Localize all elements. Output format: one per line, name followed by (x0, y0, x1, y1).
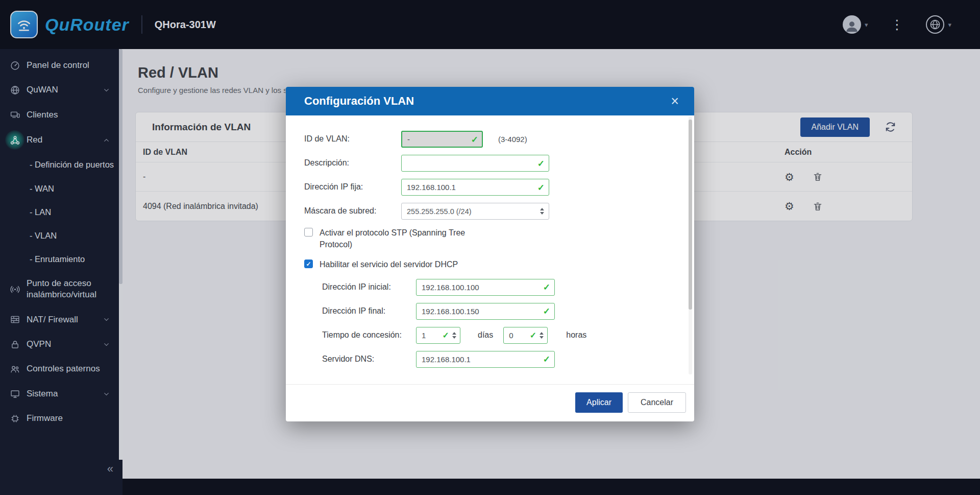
lease-days-unit: días (478, 331, 493, 340)
fixed-ip-label: Dirección IP fija: (304, 182, 401, 193)
modal-title: Configuración VLAN (304, 95, 414, 108)
dhcp-start-row: Dirección IP inicial: ✓ (322, 279, 672, 296)
dhcp-start-input[interactable] (416, 279, 555, 296)
dhcp-settings: Dirección IP inicial: ✓ Dirección IP fin… (322, 279, 672, 368)
valid-check-icon: ✓ (530, 331, 536, 340)
dns-input[interactable] (416, 351, 555, 368)
subnet-mask-row: Máscara de subred: 255.255.255.0 (/24) (304, 203, 672, 220)
dns-label: Servidor DNS: (322, 354, 416, 365)
valid-check-icon: ✓ (443, 331, 449, 340)
description-input[interactable] (401, 155, 549, 172)
apply-button[interactable]: Aplicar (575, 392, 623, 413)
dhcp-end-row: Dirección IP final: ✓ (322, 303, 672, 320)
modal-footer: Aplicar Cancelar (286, 384, 694, 421)
subnet-mask-label: Máscara de subred: (304, 206, 401, 217)
vlan-id-range-hint: (3-4092) (498, 135, 527, 144)
stp-checkbox[interactable] (304, 228, 313, 237)
close-icon[interactable]: × (671, 95, 679, 108)
vlan-config-modal: Configuración VLAN × ID de VLAN: ✓ (3-40… (286, 87, 694, 421)
subnet-mask-select[interactable]: 255.255.255.0 (/24) (401, 203, 549, 220)
stp-label[interactable]: Activar el protocolo STP (Spanning Tree … (320, 227, 488, 250)
lease-hours-unit: horas (566, 331, 586, 340)
modal-scrollbar-thumb[interactable] (689, 120, 692, 310)
modal-header: Configuración VLAN × (286, 87, 694, 115)
select-stepper-icon (540, 208, 544, 215)
vlan-id-row: ID de VLAN: ✓ (3-4092) (304, 131, 672, 148)
dhcp-start-label: Dirección IP inicial: (322, 282, 416, 293)
lease-time-label: Tiempo de concesión: (322, 330, 416, 341)
vlan-id-label: ID de VLAN: (304, 134, 401, 145)
vlan-id-input[interactable] (401, 131, 483, 148)
subnet-mask-value: 255.255.255.0 (/24) (407, 207, 472, 216)
lease-time-row: Tiempo de concesión: 1 ✓ días 0 ✓ horas (322, 327, 672, 344)
select-stepper-icon (540, 332, 544, 339)
lease-days-value: 1 (422, 331, 426, 340)
stp-row: Activar el protocolo STP (Spanning Tree … (304, 227, 672, 250)
dhcp-end-input[interactable] (416, 303, 555, 320)
lease-hours-value: 0 (509, 331, 513, 340)
description-row: Descripción: ✓ (304, 155, 672, 172)
lease-days-select[interactable]: 1 ✓ (416, 327, 460, 344)
dhcp-checkbox[interactable]: ✓ (304, 260, 313, 268)
dhcp-row: ✓ Habilitar el servicio del servidor DHC… (304, 258, 672, 270)
cancel-button[interactable]: Cancelar (628, 392, 686, 413)
dhcp-label[interactable]: Habilitar el servicio del servidor DHCP (320, 258, 458, 270)
description-label: Descripción: (304, 158, 401, 169)
lease-hours-select[interactable]: 0 ✓ (503, 327, 548, 344)
select-stepper-icon (452, 332, 456, 339)
fixed-ip-input[interactable] (401, 179, 549, 196)
dns-row: Servidor DNS: ✓ (322, 351, 672, 368)
fixed-ip-row: Dirección IP fija: ✓ (304, 179, 672, 196)
modal-body: ID de VLAN: ✓ (3-4092) Descripción: ✓ Di… (286, 115, 694, 378)
dhcp-end-label: Dirección IP final: (322, 306, 416, 317)
modal-scrollbar[interactable] (689, 116, 692, 374)
